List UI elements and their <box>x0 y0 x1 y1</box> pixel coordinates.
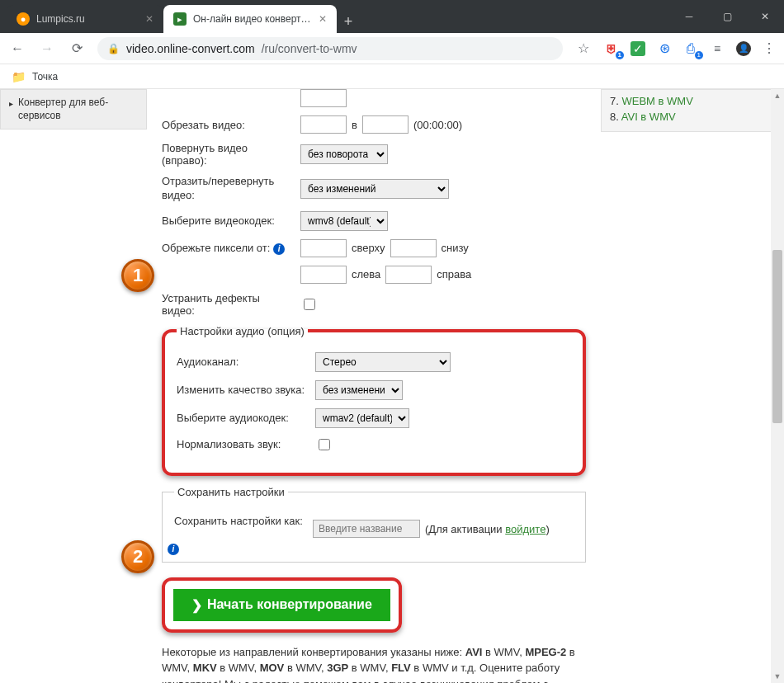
top-label: сверху <box>352 242 385 254</box>
favicon-icon: ▸ <box>173 12 187 26</box>
info-paragraph: Некоторые из направлений конвертирования… <box>162 644 586 683</box>
tab-title: Он-лайн видео конвертер WM… <box>193 13 312 25</box>
fix-defects-checkbox[interactable] <box>304 299 315 310</box>
tab-lumpics[interactable]: ● Lumpics.ru ✕ <box>7 5 163 33</box>
video-codec-label: Выберите видеокодек: <box>162 214 295 227</box>
login-link[interactable]: войдите <box>505 523 545 535</box>
audio-channel-select[interactable]: Стерео <box>315 352 451 372</box>
audio-channel-label: Аудиоканал: <box>177 356 310 368</box>
crop-sep: в <box>352 119 357 131</box>
mirror-label: Отразить/перевернуть видео: <box>162 175 295 203</box>
crop-right-input[interactable] <box>385 266 432 284</box>
rotate-select[interactable]: без поворота <box>300 144 388 164</box>
crop-left-input[interactable] <box>300 266 347 284</box>
ext-globe-icon[interactable]: ⊛ <box>657 41 672 56</box>
crop-start-input[interactable] <box>300 115 347 134</box>
right-label: справа <box>437 268 471 280</box>
ext-translator-icon[interactable]: ⎙1 <box>683 41 698 56</box>
related-list-panel: 7. WEBM в WMV 8. AVI в WMV <box>601 89 779 132</box>
step-badge-2: 2 <box>121 540 154 573</box>
new-tab-button[interactable]: + <box>337 10 360 33</box>
sidebar-item-label: Конвертер для веб-сервисов <box>18 97 138 122</box>
audio-codec-select[interactable]: wmav2 (default) <box>315 408 409 428</box>
lock-icon: 🔒 <box>107 43 120 54</box>
save-note: (Для активации войдите) <box>425 523 550 535</box>
url-path: /ru/convert-to-wmv <box>262 42 357 55</box>
pixel-crop-label: Обрежьте пиксели от: i <box>162 242 295 255</box>
ext-readinglist-icon[interactable]: ≡ <box>710 41 725 56</box>
close-window-button[interactable]: ✕ <box>746 0 784 33</box>
save-settings-section: Сохранить настройки Сохранить настройки … <box>162 486 586 563</box>
browser-titlebar: ● Lumpics.ru ✕ ▸ Он-лайн видео конвертер… <box>0 0 784 33</box>
unknown-input[interactable] <box>300 89 347 107</box>
scrollbar-thumb[interactable] <box>772 250 782 423</box>
related-link-webm[interactable]: WEBM в WMV <box>621 95 692 107</box>
window-controls: ─ ▢ ✕ <box>670 0 784 33</box>
sidebar-item-converter[interactable]: ▸ Конвертер для веб-сервисов <box>0 89 147 130</box>
profile-avatar[interactable]: 👤 <box>736 41 751 56</box>
menu-dots-icon[interactable]: ⋮ <box>763 40 776 56</box>
extensions: ⛨1 ✓ ⊛ ⎙1 ≡ 👤 ⋮ <box>604 40 776 56</box>
reload-button[interactable]: ⟳ <box>68 40 86 56</box>
related-item: 7. WEBM в WMV <box>610 93 770 109</box>
crop-bottom-input[interactable] <box>390 239 437 257</box>
convert-button-highlight: ❯ Начать конвертирование <box>162 577 402 633</box>
start-convert-button[interactable]: ❯ Начать конвертирование <box>173 589 390 621</box>
url-box[interactable]: 🔒 video.online-convert.com/ru/convert-to… <box>97 37 563 60</box>
video-codec-select[interactable]: wmv8 (default) <box>300 211 388 231</box>
minimize-button[interactable]: ─ <box>670 0 708 33</box>
url-host: video.online-convert.com <box>126 42 255 55</box>
scrollbar[interactable] <box>771 89 784 683</box>
mirror-select[interactable]: без изменений <box>300 179 449 199</box>
save-legend: Сохранить настройки <box>174 486 288 498</box>
close-icon[interactable]: ✕ <box>145 13 153 25</box>
chevron-right-icon: ❯ <box>191 597 202 613</box>
bookmark-star-icon[interactable]: ☆ <box>574 40 593 56</box>
ext-badge: 1 <box>695 51 703 59</box>
time-format-label: (00:00:00) <box>413 119 462 131</box>
close-icon[interactable]: ✕ <box>319 13 327 25</box>
related-item: 8. AVI в WMV <box>610 109 770 125</box>
info-icon[interactable]: i <box>273 243 285 255</box>
crop-end-input[interactable] <box>362 115 409 134</box>
back-button[interactable]: ← <box>8 41 26 56</box>
save-name-input[interactable] <box>313 520 420 538</box>
crop-video-label: Обрезать видео: <box>162 119 295 131</box>
ext-check-icon[interactable]: ✓ <box>631 41 645 56</box>
bookmarks-bar: 📁 Точка <box>0 64 784 89</box>
tab-title: Lumpics.ru <box>36 13 139 25</box>
audio-codec-label: Выберите аудиокодек: <box>177 412 310 424</box>
forward-button[interactable]: → <box>38 41 56 56</box>
audio-settings-section: Настройки аудио (опция) Аудиоканал: Стер… <box>162 325 586 476</box>
address-bar: ← → ⟳ 🔒 video.online-convert.com/ru/conv… <box>0 33 784 64</box>
bottom-label: снизу <box>442 242 469 254</box>
start-convert-label: Начать конвертирование <box>207 597 372 612</box>
maximize-button[interactable]: ▢ <box>708 0 746 33</box>
step-badge-1: 1 <box>121 259 154 292</box>
normalize-checkbox[interactable] <box>319 439 330 450</box>
normalize-label: Нормализовать звук: <box>177 438 310 450</box>
audio-quality-label: Изменить качество звука: <box>177 384 310 396</box>
tabs-strip: ● Lumpics.ru ✕ ▸ Он-лайн видео конвертер… <box>0 5 670 33</box>
arrow-right-icon: ▸ <box>9 98 13 109</box>
ext-badge: 1 <box>616 51 624 59</box>
rotate-label: Повернуть видео (вправо): <box>162 142 295 167</box>
save-as-label: Сохранить настройки как: i <box>174 515 308 544</box>
crop-top-input[interactable] <box>300 239 347 257</box>
bookmark-folder[interactable]: Точка <box>32 71 58 82</box>
audio-legend: Настройки аудио (опция) <box>177 325 308 337</box>
audio-quality-select[interactable]: без изменений <box>315 380 403 400</box>
tab-online-convert[interactable]: ▸ Он-лайн видео конвертер WM… ✕ <box>163 5 337 33</box>
favicon-icon: ● <box>17 12 30 26</box>
info-icon[interactable]: i <box>168 544 179 555</box>
related-link-avi[interactable]: AVI в WMV <box>621 111 676 123</box>
folder-icon: 📁 <box>12 70 26 83</box>
left-label: слева <box>352 268 380 280</box>
ext-adguard-icon[interactable]: ⛨1 <box>604 41 619 56</box>
fix-defects-label: Устранить дефекты видео: <box>162 292 295 317</box>
